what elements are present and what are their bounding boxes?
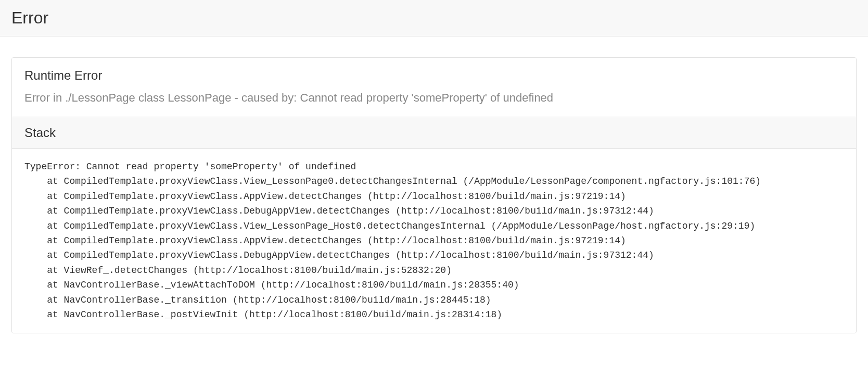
error-message: Error in ./LessonPage class LessonPage -… bbox=[24, 90, 844, 106]
error-title: Runtime Error bbox=[24, 68, 844, 83]
page-header: Error bbox=[0, 0, 868, 36]
stack-title: Stack bbox=[24, 126, 844, 140]
page-title: Error bbox=[11, 8, 857, 28]
stack-trace: TypeError: Cannot read property 'somePro… bbox=[24, 159, 844, 322]
page-content: Runtime Error Error in ./LessonPage clas… bbox=[0, 36, 868, 345]
stack-header-section: Stack bbox=[12, 117, 856, 149]
error-card: Runtime Error Error in ./LessonPage clas… bbox=[11, 57, 857, 333]
stack-body-section: TypeError: Cannot read property 'somePro… bbox=[12, 149, 856, 333]
error-summary-section: Runtime Error Error in ./LessonPage clas… bbox=[12, 58, 856, 117]
